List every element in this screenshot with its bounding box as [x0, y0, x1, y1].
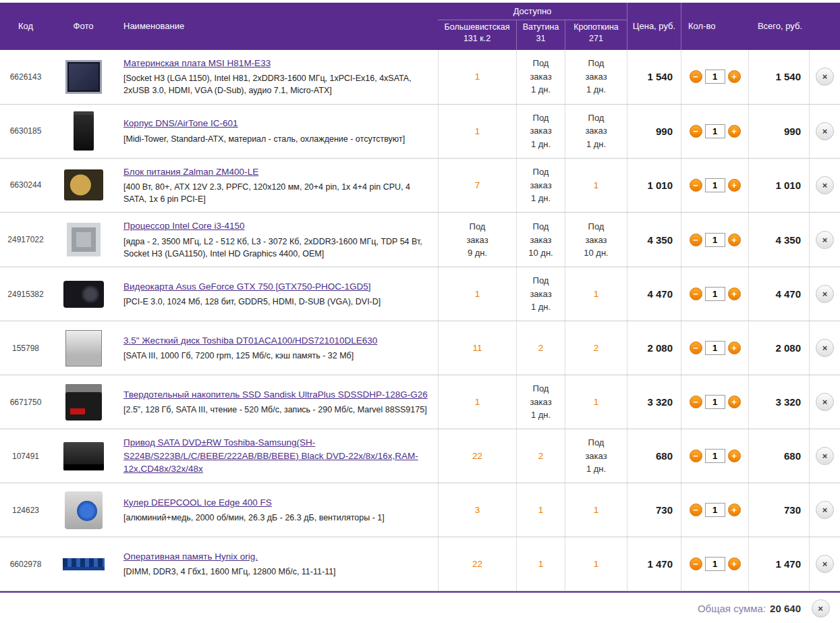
product-name-cell: 3.5" Жесткий диск Toshiba DT01ACA100/HDS… [115, 321, 438, 375]
qty-stepper: − + [681, 50, 748, 104]
product-photo[interactable] [67, 223, 101, 256]
qty-stepper: − + [681, 375, 748, 429]
remove-item-button[interactable]: × [816, 285, 834, 303]
product-code: 155798 [12, 344, 39, 353]
product-price: 990 [656, 126, 673, 137]
qty-input[interactable] [705, 287, 725, 301]
remove-item-button[interactable]: × [816, 555, 834, 573]
clear-cart-button[interactable]: × [812, 599, 830, 618]
qty-input[interactable] [705, 70, 725, 84]
product-price-cell: 2 080 [627, 321, 681, 375]
product-photo[interactable] [65, 60, 102, 94]
qty-stepper: − + [681, 429, 748, 483]
qty-input[interactable] [705, 395, 725, 409]
qty-decrease-button[interactable]: − [690, 504, 702, 516]
product-photo[interactable] [65, 491, 103, 529]
product-photo[interactable] [64, 169, 103, 200]
product-photo[interactable] [65, 330, 102, 367]
product-price-cell: 1 010 [627, 159, 681, 213]
qty-increase-button[interactable]: + [728, 234, 741, 246]
header-remove [809, 3, 840, 50]
product-name-cell: Привод SATA DVD±RW Toshiba-Samsung(SH-S2… [115, 429, 438, 483]
remove-cell: × [809, 105, 840, 158]
qty-decrease-button[interactable]: − [690, 342, 702, 354]
cart-row: 6602978 Оперативная память Hynix orig. [… [0, 537, 840, 591]
product-name-cell: Кулер DEEPCOOL Ice Edge 400 FS [алюминий… [115, 483, 438, 537]
qty-input[interactable] [705, 233, 725, 247]
remove-item-button[interactable]: × [816, 339, 834, 357]
qty-increase-button[interactable]: + [728, 450, 741, 462]
product-name-link[interactable]: Блок питания Zalman ZM400-LE [123, 165, 258, 179]
remove-item-button[interactable]: × [816, 447, 834, 465]
product-price-cell: 1 540 [627, 50, 681, 104]
product-name-link[interactable]: Привод SATA DVD±RW Toshiba-Samsung(SH-S2… [123, 436, 428, 476]
product-name-link[interactable]: Материнская плата MSI H81M-E33 [123, 57, 271, 70]
product-price-cell: 4 350 [627, 213, 681, 267]
remove-cell: × [809, 483, 840, 537]
qty-input[interactable] [705, 178, 725, 192]
product-photo[interactable] [65, 384, 102, 421]
qty-increase-button[interactable]: + [728, 288, 741, 300]
remove-item-button[interactable]: × [816, 501, 834, 519]
product-total-cell: 4 350 [748, 213, 809, 267]
qty-input[interactable] [705, 124, 725, 138]
remove-item-button[interactable]: × [816, 67, 834, 86]
availability-store3: Под заказ 1 дн. [585, 57, 607, 97]
qty-decrease-button[interactable]: − [690, 70, 702, 83]
availability-store3: 1 [594, 289, 599, 299]
qty-decrease-button[interactable]: − [690, 125, 702, 138]
qty-decrease-button[interactable]: − [690, 179, 702, 192]
product-price: 4 470 [647, 288, 673, 300]
remove-item-button[interactable]: × [816, 176, 834, 194]
qty-increase-button[interactable]: + [728, 125, 741, 138]
qty-increase-button[interactable]: + [728, 558, 741, 570]
availability-store1: Под заказ 9 дн. [466, 220, 488, 260]
product-photo[interactable] [74, 111, 94, 151]
remove-item-button[interactable]: × [816, 231, 834, 249]
qty-input[interactable] [705, 449, 725, 463]
product-photo[interactable] [63, 558, 105, 570]
qty-input[interactable] [705, 341, 725, 355]
qty-decrease-button[interactable]: − [690, 396, 702, 408]
product-name-link[interactable]: Корпус DNS/AirTone IC-601 [123, 117, 238, 130]
product-photo-cell [51, 50, 115, 104]
product-name-link[interactable]: Видеокарта Asus GeForce GTX 750 [GTX750-… [123, 280, 371, 294]
product-price-cell: 1 470 [627, 537, 681, 591]
remove-item-button[interactable]: × [816, 122, 834, 140]
product-photo[interactable] [63, 281, 104, 308]
product-code: 124623 [12, 506, 39, 515]
product-price-cell: 680 [627, 429, 681, 483]
product-photo-cell [51, 483, 115, 537]
qty-decrease-button[interactable]: − [690, 288, 702, 300]
qty-decrease-button[interactable]: − [690, 450, 702, 462]
product-photo-cell [51, 321, 115, 375]
qty-increase-button[interactable]: + [728, 342, 741, 354]
product-name-link[interactable]: Процессор Intel Core i3-4150 [123, 219, 245, 233]
qty-decrease-button[interactable]: − [690, 234, 702, 246]
availability-store1: 11 [472, 343, 482, 353]
qty-input[interactable] [705, 503, 725, 517]
qty-input[interactable] [705, 557, 725, 571]
product-specs: [SATA III, 1000 Гб, 7200 rpm, 125 Мб/с, … [123, 350, 354, 362]
product-name-cell: Видеокарта Asus GeForce GTX 750 [GTX750-… [115, 267, 438, 321]
product-total: 1 010 [775, 180, 801, 191]
remove-item-button[interactable]: × [816, 393, 834, 411]
product-name-link[interactable]: Оперативная память Hynix orig. [123, 550, 258, 564]
product-name-link[interactable]: Твердотельный накопитель SSD Sandisk Ult… [123, 388, 428, 402]
qty-increase-button[interactable]: + [728, 396, 741, 408]
availability-store2-cell: Под заказ 1 дн. [516, 159, 565, 213]
availability-store3-cell: 1 [565, 375, 627, 429]
product-total-cell: 990 [748, 105, 809, 158]
product-total-cell: 2 080 [748, 321, 809, 375]
qty-increase-button[interactable]: + [728, 179, 741, 192]
product-photo[interactable] [63, 442, 104, 470]
qty-increase-button[interactable]: + [728, 504, 741, 516]
product-specs: [ядра - 2, 3500 МГц, L2 - 512 Кб, L3 - 3… [123, 236, 428, 260]
product-name-link[interactable]: 3.5" Жесткий диск Toshiba DT01ACA100/HDS… [123, 334, 377, 348]
product-name-link[interactable]: Кулер DEEPCOOL Ice Edge 400 FS [123, 496, 272, 510]
availability-store2: Под заказ 1 дн. [530, 111, 551, 151]
header-name: Наименование [115, 3, 438, 50]
availability-store1-cell: 1 [438, 267, 516, 321]
qty-decrease-button[interactable]: − [690, 558, 702, 570]
qty-increase-button[interactable]: + [728, 70, 741, 83]
